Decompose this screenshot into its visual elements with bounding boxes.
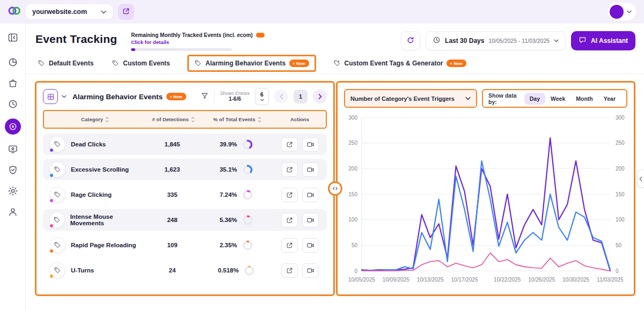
site-selector[interactable]: yourwebsite.com — [26, 4, 113, 19]
expand-right-panel-toggle[interactable] — [637, 169, 644, 188]
filter-icon[interactable] — [201, 92, 209, 102]
previous-page-button[interactable] — [274, 90, 288, 104]
collapse-sidebar-icon[interactable] — [6, 31, 19, 44]
chevron-down-icon — [627, 10, 632, 13]
column-header-detections[interactable]: # of Detections — [146, 116, 201, 122]
alarming-events-table-panel: Alarming Behavior Events New Shown Entri… — [35, 81, 335, 296]
detections-count: 24 — [145, 267, 200, 274]
view-session-recordings-button[interactable] — [302, 163, 319, 177]
tab-default-events[interactable]: Default Events — [38, 60, 93, 67]
svg-text:200: 200 — [348, 166, 357, 172]
svg-text:10/09/2025: 10/09/2025 — [383, 277, 409, 283]
tab-alarming-behavior-events[interactable]: Alarming Behavior Events New — [194, 60, 309, 67]
tab-custom-event-tags-generator[interactable]: Custom Event Tags & Generator New — [333, 60, 466, 67]
external-link-icon — [122, 8, 130, 17]
open-category-details-button[interactable] — [281, 163, 298, 177]
detections-count: 109 — [145, 242, 200, 248]
category-name: Rage Clicking — [71, 191, 112, 198]
category-icon — [49, 136, 65, 152]
svg-text:150: 150 — [348, 191, 357, 197]
external-link-icon — [286, 242, 293, 249]
tag-icon — [194, 60, 202, 67]
open-category-details-button[interactable] — [281, 263, 298, 278]
behavior-tag-icon — [54, 191, 61, 198]
view-session-recordings-button[interactable] — [302, 213, 319, 227]
open-site-button[interactable] — [118, 4, 134, 20]
new-badge: New — [447, 60, 466, 67]
tab-custom-events[interactable]: Custom Events — [112, 60, 170, 67]
current-page: 1 — [294, 90, 308, 104]
open-category-details-button[interactable] — [281, 188, 298, 202]
session-recordings-icon[interactable] — [6, 143, 19, 156]
view-switcher-button[interactable] — [43, 89, 58, 104]
tag-icon — [112, 60, 119, 67]
new-badge: New — [166, 93, 186, 100]
tab-label: Alarming Behavior Events — [206, 60, 286, 67]
column-header-percent[interactable]: % of Total Events — [201, 116, 274, 122]
external-link-icon — [286, 166, 293, 173]
page-size-select[interactable]: 6 — [255, 88, 269, 105]
account-icon[interactable] — [6, 205, 19, 218]
column-header-category[interactable]: Category — [44, 116, 146, 122]
behavior-tag-icon — [53, 216, 61, 224]
next-page-button[interactable] — [313, 90, 327, 104]
granularity-day[interactable]: Day — [524, 93, 545, 105]
open-category-details-button[interactable] — [281, 238, 298, 253]
chevron-down-icon — [101, 10, 106, 14]
category-icon — [49, 262, 65, 278]
ecommerce-icon[interactable] — [6, 77, 19, 90]
grid-icon — [47, 93, 55, 101]
view-session-recordings-button[interactable] — [302, 137, 319, 152]
percent-of-total: 7.24% — [219, 191, 237, 198]
open-category-details-button[interactable] — [281, 137, 298, 152]
svg-text:50: 50 — [352, 242, 358, 248]
percent-of-total: 2.35% — [219, 242, 237, 248]
category-icon — [49, 212, 65, 228]
view-session-recordings-button[interactable] — [302, 188, 319, 202]
chevron-down-icon[interactable] — [62, 95, 67, 98]
granularity-week[interactable]: Week — [545, 93, 570, 105]
privacy-icon[interactable] — [6, 164, 19, 176]
detections-count: 1,845 — [145, 141, 200, 147]
refresh-button[interactable] — [401, 31, 420, 50]
video-camera-icon — [306, 267, 314, 275]
category-icon — [49, 187, 65, 203]
ai-assistant-button[interactable]: AI Assistant — [571, 31, 635, 50]
svg-text:10/30/2025: 10/30/2025 — [562, 277, 589, 283]
quota-info-badge — [256, 33, 265, 38]
panel-resize-handle[interactable] — [328, 181, 342, 196]
percent-of-total: 5.36% — [219, 217, 237, 223]
app-logo-icon — [8, 5, 20, 18]
dashboard-icon[interactable] — [6, 56, 19, 69]
events-tabs: Default Events Custom Events Alarming Be… — [26, 51, 644, 74]
events-table-body: Dead Clicks1,84539.9%Excessive Scrolling… — [36, 129, 333, 286]
event-tracking-page: yourwebsite.com — [0, 0, 644, 310]
date-range-picker[interactable]: Last 30 Days 10/05/2025 - 11/03/2025 — [426, 31, 566, 50]
table-row: Intense Mouse Movements2485.36% — [43, 209, 327, 231]
table-row: Excessive Scrolling1,62335.1% — [43, 159, 327, 180]
category-name: Rapid Page Reloading — [71, 242, 136, 248]
tag-icon — [38, 60, 45, 67]
svg-text:10/13/2025: 10/13/2025 — [417, 277, 444, 283]
metric-dropdown[interactable]: Number of Category's Event Triggers — [344, 89, 477, 108]
quota-label: Remaining Monthly Tracked Events (incl. … — [131, 32, 253, 38]
user-menu[interactable] — [608, 3, 636, 21]
open-category-details-button[interactable] — [281, 213, 298, 227]
view-session-recordings-button[interactable] — [302, 238, 319, 253]
event-tracking-icon[interactable] — [5, 119, 21, 135]
granularity-year[interactable]: Year — [598, 93, 621, 105]
history-icon[interactable] — [6, 98, 19, 110]
page-title: Event Tracking — [35, 31, 117, 46]
svg-text:0: 0 — [354, 268, 357, 274]
range-dates: 10/05/2025 - 11/03/2025 — [488, 38, 550, 44]
show-data-by-control: Show data by: Day Week Month Year — [482, 89, 627, 108]
external-link-icon — [286, 267, 293, 274]
table-row: Dead Clicks1,84539.9% — [43, 134, 327, 155]
granularity-month[interactable]: Month — [570, 93, 598, 105]
chevron-down-icon — [465, 97, 471, 100]
quota-details-link[interactable]: Click for details — [131, 39, 265, 45]
svg-text:300: 300 — [616, 115, 625, 121]
site-name: yourwebsite.com — [32, 8, 87, 16]
view-session-recordings-button[interactable] — [302, 263, 319, 278]
settings-icon[interactable] — [6, 184, 19, 197]
